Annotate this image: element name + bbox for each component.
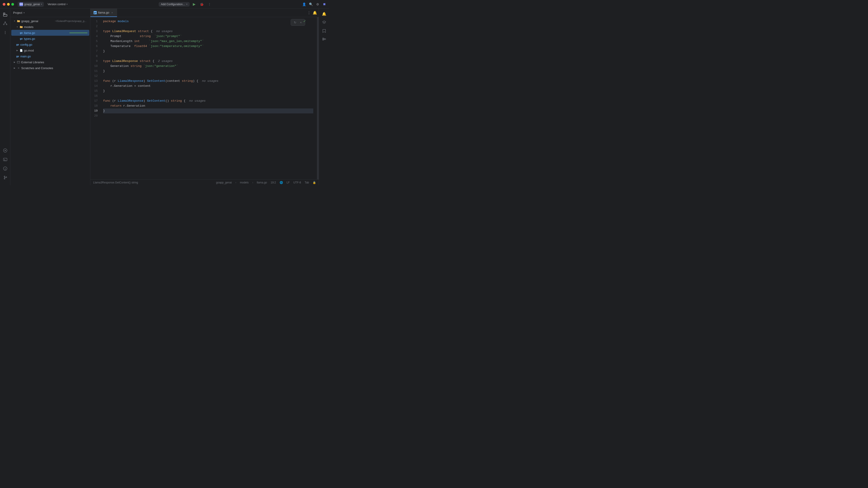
encoding-indicator[interactable]: 🌐 — [280, 181, 283, 184]
breadcrumb-file[interactable]: llama.go — [257, 181, 267, 184]
line-num-2: 2 — [90, 24, 99, 29]
tree-item-config-go[interactable]: go config.go — [11, 41, 89, 47]
svg-line-6 — [5, 23, 6, 24]
run-config: Add Configuration... ▾ ▶ 🐞 ⋮ — [159, 1, 213, 7]
tree-item-external-libs[interactable]: ▶ External Libraries — [11, 59, 89, 65]
line-num-18: 18 — [90, 103, 99, 108]
tree-item-llama-go[interactable]: go llama.go — [11, 30, 89, 36]
svg-point-17 — [4, 176, 5, 177]
tab-bar-actions: ⋮ 🔔 — [305, 8, 319, 17]
search-icon[interactable]: 🔍 — [309, 2, 313, 6]
right-bookmark-icon[interactable] — [321, 28, 328, 34]
account-icon[interactable]: 👤 — [302, 2, 306, 6]
code-editor[interactable]: package models type Llama3Request struct… — [101, 17, 317, 180]
breadcrumb-goapp[interactable]: goapp_genai — [216, 181, 232, 184]
cursor-position[interactable]: 19:2 — [271, 181, 276, 184]
tree-item-models[interactable]: ▾ models — [11, 24, 89, 30]
search-close-icon[interactable]: × — [299, 20, 303, 25]
run-sidebar-icon[interactable] — [1, 147, 9, 155]
go-file-icon: go — [20, 31, 23, 35]
status-bar: Llama3Response.GetContent() string goapp… — [90, 180, 319, 185]
project-caret-icon: ▾ — [41, 3, 42, 5]
line-num-13: 13 — [90, 78, 99, 84]
code-line-2 — [103, 24, 313, 29]
scratches-folder-icon: ≡ — [17, 66, 20, 70]
root-path: ~/GolandProjects/goapp_g... — [55, 20, 88, 22]
right-structure-icon[interactable] — [321, 36, 328, 43]
line-sep-indicator[interactable]: LF — [287, 181, 290, 184]
titlebar-center: Add Configuration... ▾ ▶ 🐞 ⋮ — [71, 1, 300, 7]
window-controls — [3, 3, 14, 6]
editor-scrollbar[interactable] — [317, 17, 319, 180]
editor-content[interactable]: ↻ × ✓ 1 2 3 4 5 6 7 8 9 10 11 — [90, 17, 319, 180]
tree-item-root[interactable]: ▾ goapp_genai ~/GolandProjects/goapp_g..… — [11, 18, 89, 24]
root-label: goapp_genai — [21, 20, 54, 23]
titlebar: GG goapp_genai ▾ Version control ▾ Add C… — [0, 0, 329, 8]
tree-item-main-go[interactable]: go main.go — [11, 53, 89, 59]
maximize-button[interactable] — [11, 3, 14, 6]
breadcrumb-sep-1: › — [235, 181, 236, 184]
code-line-20 — [103, 113, 313, 119]
svg-rect-24 — [324, 39, 326, 39]
svg-rect-12 — [3, 158, 7, 161]
line-num-11: 11 — [90, 69, 99, 74]
svg-point-16 — [5, 169, 5, 170]
go-mod-label: go.mod — [24, 49, 88, 52]
tab-more-icon[interactable]: ⋮ — [307, 11, 311, 15]
notification-icon[interactable]: 🔔 — [313, 11, 317, 15]
run-config-selector[interactable]: Add Configuration... ▾ — [159, 2, 190, 6]
run-button[interactable]: ▶ — [191, 1, 197, 7]
breadcrumb-hint: Llama3Response.GetContent() string — [93, 181, 138, 184]
project-selector[interactable]: GG goapp_genai ▾ — [18, 2, 44, 7]
code-line-4: Prompt string `json:"prompt"` — [103, 34, 313, 39]
svg-point-18 — [4, 178, 5, 179]
problems-icon[interactable] — [1, 164, 9, 173]
tab-llama-go[interactable]: go llama.go × — [90, 8, 117, 17]
right-notification-icon[interactable]: 🔔 — [321, 10, 328, 17]
code-line-13: func (r Llama3Response) SetContent(conte… — [103, 78, 313, 84]
close-button[interactable] — [3, 3, 5, 6]
vcs-icon[interactable] — [1, 173, 9, 182]
more-tools-icon[interactable] — [1, 29, 9, 37]
svg-rect-21 — [17, 61, 20, 63]
more-run-button[interactable]: ⋮ — [206, 1, 213, 7]
tree-item-scratches[interactable]: ▶ ≡ Scratches and Consoles — [11, 65, 89, 71]
breadcrumb-models[interactable]: models — [240, 181, 249, 184]
svg-point-3 — [3, 24, 4, 25]
search-refresh-icon[interactable]: ↻ — [293, 20, 297, 25]
app-icon[interactable]: ■ — [322, 2, 327, 6]
file-tree: ▾ goapp_genai ~/GolandProjects/goapp_g..… — [10, 17, 90, 185]
sidebar-header: Project ▾ — [10, 8, 90, 17]
scratches-caret-icon: ▶ — [13, 67, 16, 69]
encoding-label[interactable]: UTF-8 — [293, 181, 301, 184]
go-mod-file-icon: 📄 — [20, 48, 23, 52]
line-num-20: 20 — [90, 113, 99, 119]
line-num-12: 12 — [90, 74, 99, 78]
svg-rect-0 — [3, 13, 5, 14]
vc-caret-icon: ▾ — [66, 3, 68, 5]
version-control-selector[interactable]: Version control ▾ — [46, 2, 69, 6]
tree-item-types-go[interactable]: go types.go — [11, 36, 89, 41]
tab-close-button[interactable]: × — [111, 11, 114, 14]
svg-rect-22 — [322, 38, 324, 39]
right-layers-icon[interactable] — [321, 19, 328, 26]
sidebar-title-caret-icon[interactable]: ▾ — [24, 11, 25, 14]
debug-button[interactable]: 🐞 — [199, 1, 205, 7]
editor-area: go llama.go × ⋮ 🔔 ↻ × ✓ — [90, 8, 319, 185]
terminal-icon[interactable] — [1, 156, 9, 164]
line-num-19: 19 — [90, 108, 99, 113]
structure-icon[interactable] — [1, 20, 9, 28]
ext-libs-label: External Libraries — [21, 61, 88, 64]
indent-label[interactable]: Tab — [305, 181, 309, 184]
project-sidebar-icon[interactable] — [1, 10, 9, 19]
code-line-8 — [103, 54, 313, 59]
settings-icon[interactable]: ⚙ — [315, 2, 320, 6]
line-num-17: 17 — [90, 98, 99, 103]
code-line-19: } — [103, 108, 313, 113]
minimize-button[interactable] — [7, 3, 10, 6]
main-layout: Project ▾ ▾ goapp_genai ~/GolandProjects… — [0, 8, 329, 185]
tree-item-go-mod[interactable]: ▶ 📄 go.mod — [11, 47, 89, 53]
status-right: goapp_genai › models › llama.go 19:2 🌐 L… — [216, 181, 316, 184]
svg-rect-23 — [322, 39, 324, 40]
project-name: goapp_genai — [24, 3, 40, 6]
